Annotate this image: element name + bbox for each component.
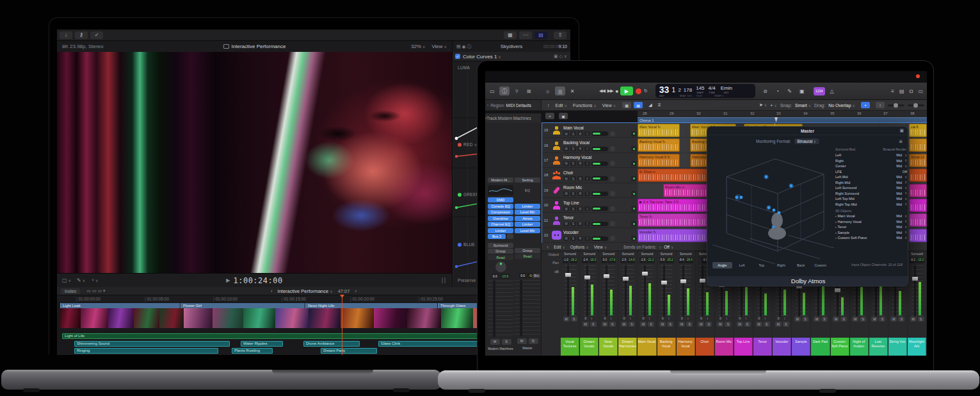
input-monitor-button[interactable]: I xyxy=(584,222,590,226)
solo-button[interactable]: S xyxy=(744,322,751,327)
channel-name[interactable]: Room Mic xyxy=(715,338,734,356)
sfx-clip[interactable]: Water Ripples xyxy=(241,341,283,347)
track-onoff[interactable] xyxy=(631,221,636,226)
track-onoff[interactable] xyxy=(631,131,636,136)
catch-playhead-icon[interactable]: ↑ xyxy=(547,103,550,108)
input-monitor-button[interactable]: I xyxy=(584,131,590,136)
tasks-button[interactable]: ✓ xyxy=(90,31,103,39)
channel-name[interactable]: Near Vocals xyxy=(599,338,618,356)
stop-button[interactable]: ■ xyxy=(616,89,618,94)
object-row[interactable]: Sample Mid ⇕ xyxy=(835,230,907,236)
bed-channel-row[interactable]: Right Mid Mid ⇕ xyxy=(835,180,907,186)
eq-thumbnail[interactable] xyxy=(488,185,513,195)
track-onoff[interactable] xyxy=(631,176,636,181)
view-button[interactable]: Right xyxy=(771,262,791,268)
mute-button[interactable]: M xyxy=(582,322,589,327)
sfx-clip[interactable]: Ringing xyxy=(74,348,218,354)
track-pan[interactable] xyxy=(610,161,615,166)
loops-browser-icon[interactable]: Ω xyxy=(909,88,913,94)
dim-button[interactable]: D xyxy=(529,338,538,344)
channel-name[interactable]: Night of Avalon xyxy=(850,338,869,356)
list-editors-icon[interactable]: ≡ xyxy=(891,88,894,94)
send-slot[interactable]: Bus 2 xyxy=(488,234,506,239)
solo-button[interactable]: S xyxy=(570,206,576,211)
record-input-buttons[interactable]: R I xyxy=(643,317,652,322)
solo-button[interactable]: S xyxy=(570,176,576,181)
mute-button[interactable]: M xyxy=(563,222,569,226)
mute-button[interactable]: M xyxy=(563,236,569,241)
setting-tab[interactable]: Setting xyxy=(515,177,540,183)
solo-button[interactable]: S xyxy=(764,322,770,327)
video-clip[interactable]: Neon Night Life xyxy=(305,303,437,308)
solo-button[interactable]: S xyxy=(725,322,731,327)
solo-button[interactable]: S xyxy=(570,222,576,226)
region[interactable] xyxy=(909,138,927,152)
play-icon[interactable]: ▶ xyxy=(226,277,230,283)
sfx-clip[interactable]: Drone Ambiance xyxy=(303,341,360,347)
mute-button[interactable]: M xyxy=(563,317,570,322)
mixer-options-menu[interactable]: Options xyxy=(570,245,589,249)
video-clip[interactable]: Flower Girl xyxy=(181,303,305,308)
timeline-icon[interactable]: ▤ xyxy=(534,31,547,39)
forward-button[interactable]: ▶▶ xyxy=(607,88,613,94)
output-label[interactable]: Surround xyxy=(564,251,576,257)
track-pan[interactable] xyxy=(610,176,615,181)
record-enable-button[interactable]: R xyxy=(577,161,583,166)
region[interactable]: Main Vocal ↻ xyxy=(638,124,680,137)
red-curve-label[interactable]: RED xyxy=(458,142,477,147)
region[interactable]: Vocal.12 xyxy=(909,154,927,167)
output-label[interactable]: Surround xyxy=(622,251,634,257)
mute-button[interactable]: M xyxy=(490,339,500,345)
volume-fader[interactable] xyxy=(488,281,513,337)
library-icon[interactable]: ▭ xyxy=(487,87,497,95)
bed-channel-row[interactable]: Left Top Mid Mid ⇕ xyxy=(835,196,907,202)
mute-button[interactable]: M xyxy=(602,322,608,327)
solo-button[interactable]: S xyxy=(571,317,577,322)
fader-cap[interactable] xyxy=(661,281,667,285)
inspector-icon[interactable]: ⓘ xyxy=(499,87,510,95)
channel-strip[interactable]: Surround -2.6-21.2 R I M S xyxy=(638,251,657,356)
track-onoff[interactable] xyxy=(631,146,636,151)
pan-knob[interactable] xyxy=(495,261,506,272)
group-slot[interactable]: Group xyxy=(515,248,540,253)
flex-icon[interactable]: ⧖ xyxy=(658,103,661,108)
automation-mode[interactable]: Read xyxy=(515,254,540,259)
record-input-buttons[interactable]: R I xyxy=(604,317,613,322)
mute-button[interactable]: M xyxy=(756,322,762,327)
channel-strip[interactable]: Surround -8.4-28.4 R I M S xyxy=(677,251,696,356)
midi-fx-slot[interactable]: DMD xyxy=(488,197,513,202)
channel-name[interactable]: Tenor xyxy=(753,338,772,356)
region[interactable] xyxy=(909,184,927,197)
input-monitor-button[interactable]: I xyxy=(584,206,590,211)
record-input-buttons[interactable]: R I xyxy=(719,317,729,322)
sfx-clip[interactable]: Plants Rustling xyxy=(232,348,273,354)
lcd-display[interactable]: 33 1 2 178 145KEEP 4/4TIME EminKEY BAR B… xyxy=(655,84,755,98)
count-in-icon[interactable]: 1234 xyxy=(814,87,825,95)
crop-tool[interactable]: ▢ xyxy=(62,277,71,283)
solo-button[interactable]: S xyxy=(570,161,576,166)
pencil-icon[interactable]: ✎ xyxy=(785,87,795,95)
region[interactable] xyxy=(909,169,927,182)
add-tracks-icon[interactable]: ⊞ xyxy=(524,87,534,95)
output-label[interactable]: Surround xyxy=(911,251,923,257)
import-button[interactable]: ↓ xyxy=(60,31,72,39)
audio-fx-slot[interactable]: Atmos xyxy=(515,216,540,221)
channel-name[interactable]: Distant Vocals xyxy=(580,338,598,356)
channel-name[interactable]: Vocoder xyxy=(773,338,791,356)
audio-fx-slot[interactable]: Overdrive xyxy=(488,216,513,221)
tuner-icon[interactable]: ⊘ xyxy=(760,87,771,95)
track-pan[interactable] xyxy=(610,221,615,226)
track-pan[interactable] xyxy=(610,236,615,241)
drag-select[interactable]: No Overlap xyxy=(828,103,855,108)
output-label[interactable]: Surround xyxy=(641,251,654,257)
bed-channel-row[interactable]: Center Mid ⇕ xyxy=(835,163,907,169)
solo-button[interactable]: S xyxy=(609,322,616,327)
channel-name[interactable]: Vocal Textures xyxy=(561,338,579,356)
region[interactable] xyxy=(909,213,927,227)
bar-ruler[interactable]: 28 29 30 31 32 33 34 35 xyxy=(638,111,927,117)
record-enable-button[interactable]: R xyxy=(577,222,583,226)
mute-button[interactable]: M xyxy=(717,322,723,327)
fader-cap[interactable] xyxy=(642,272,648,276)
region-inspector-header[interactable]: ›Region:MIDI Defaults xyxy=(485,100,542,111)
bounce-badge[interactable]: Bnc xyxy=(533,274,540,278)
